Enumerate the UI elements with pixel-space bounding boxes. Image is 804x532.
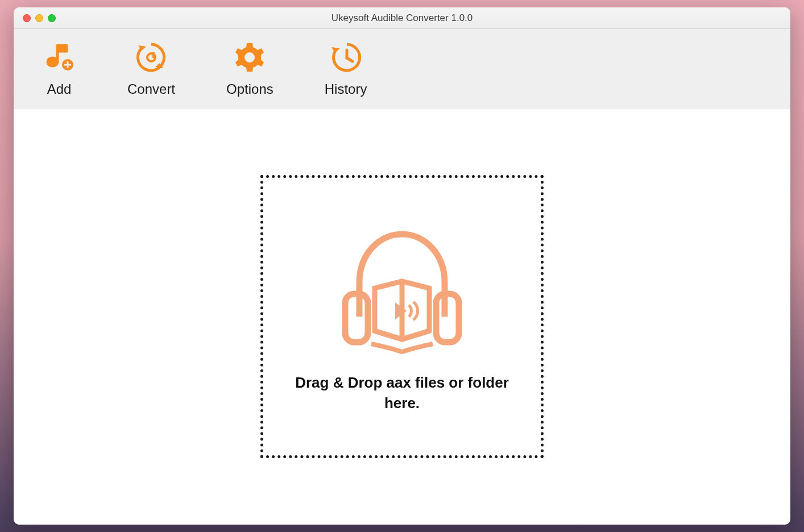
options-label: Options — [226, 81, 273, 97]
maximize-button[interactable] — [48, 14, 56, 22]
options-button[interactable]: Options — [226, 40, 273, 97]
dropzone-text: Drag & Drop aax files or folder here. — [288, 372, 516, 414]
add-label: Add — [47, 81, 72, 97]
history-label: History — [325, 81, 367, 97]
toolbar: Add Convert Op — [14, 29, 790, 109]
history-button[interactable]: History — [325, 40, 367, 97]
svg-line-7 — [347, 58, 353, 61]
close-button[interactable] — [23, 14, 31, 22]
gear-icon — [233, 40, 267, 74]
audiobook-headphones-icon — [328, 220, 476, 356]
convert-label: Convert — [127, 81, 175, 97]
app-window: Ukeysoft Audible Converter 1.0.0 Add — [14, 7, 790, 525]
music-add-icon — [42, 40, 76, 74]
svg-point-5 — [244, 52, 255, 63]
window-title: Ukeysoft Audible Converter 1.0.0 — [14, 13, 790, 24]
main-area: Drag & Drop aax files or folder here. — [14, 109, 790, 525]
convert-icon — [134, 40, 168, 74]
dropzone[interactable]: Drag & Drop aax files or folder here. — [260, 175, 544, 458]
titlebar[interactable]: Ukeysoft Audible Converter 1.0.0 — [14, 7, 790, 29]
add-button[interactable]: Add — [42, 40, 76, 97]
history-icon — [329, 40, 363, 74]
minimize-button[interactable] — [35, 14, 43, 22]
convert-button[interactable]: Convert — [127, 40, 175, 97]
traffic-lights — [14, 14, 56, 22]
